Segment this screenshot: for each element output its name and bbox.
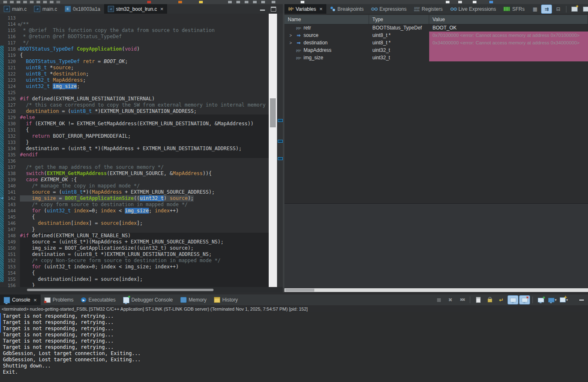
close-icon[interactable]: × <box>34 297 37 303</box>
close-icon[interactable]: × <box>319 6 323 12</box>
code-text: destination = (uint8_t *)EXTMEM_LRUN_DES… <box>20 108 269 114</box>
view-tab-live-expressions[interactable]: Live Expressions <box>447 4 500 14</box>
code-text: /** <box>20 21 269 27</box>
console-view-tab-memory[interactable]: Memory <box>177 294 210 305</box>
dropdown-caret-icon[interactable]: ▾ <box>555 298 557 302</box>
code-line: 122 uint8_t *destination; <box>0 71 269 77</box>
scroll-lock-button[interactable] <box>485 296 495 304</box>
variable-row-source[interactable]: >⇒sourceuint8_t *0x70100000 <error: Cann… <box>284 32 588 39</box>
code-token: source <box>32 189 50 195</box>
code-token: index <box>122 220 137 226</box>
editor-code-area[interactable]: 113114⊖/**115 * @brief This function cop… <box>0 14 283 287</box>
c-file: .c <box>34 6 40 12</box>
console-view-tab-problems[interactable]: Problems <box>41 294 78 305</box>
console-view-tab-history[interactable]: History <box>210 294 241 305</box>
console-view-tab-console[interactable]: Console× <box>0 294 41 305</box>
close-icon[interactable]: × <box>160 6 164 12</box>
variable-row-destination[interactable]: >⇒destinationuint8_t *0x34000000 <error:… <box>284 39 588 46</box>
variable-row-mapaddress[interactable]: (x)=MapAddressuint32_t <box>284 46 588 54</box>
editor-tab-0x18003a1a[interactable]: c0x18003a1a <box>61 4 104 14</box>
clear-console-button[interactable] <box>473 296 483 304</box>
console-view-tab-debugger-console[interactable]: Debugger Console <box>119 294 177 305</box>
console-line: Shutting down... <box>3 363 588 369</box>
code-token: for <box>32 264 41 270</box>
pointer-icon: ⇒ <box>294 33 304 38</box>
annotation-marker[interactable] <box>278 119 283 122</box>
code-token: /* this case correspond to copy the SW f… <box>20 102 269 108</box>
variables-horizontal-scrollbar[interactable] <box>284 288 588 292</box>
code-token <box>20 58 26 64</box>
code-line: 127 /* this case correspond to copy the … <box>0 102 269 108</box>
remove-launch-button[interactable]: ✖ <box>445 296 455 304</box>
pin-view-button[interactable] <box>581 5 588 13</box>
show-stdout-button[interactable] <box>508 296 518 304</box>
variable-type: BOOTStatus_TypeDef <box>369 24 429 32</box>
variables-detail-pane[interactable] <box>284 204 588 288</box>
code-token: [ <box>71 220 74 226</box>
pin-window-icon <box>583 7 588 12</box>
console-line: GdbSession, Lost target connection, Exit… <box>3 350 588 357</box>
code-text: case EXTMEM_OK :{ <box>20 177 269 183</box>
code-token: uint8_t <box>71 108 92 114</box>
view-tab-breakpoints[interactable]: Breakpoints <box>326 4 367 14</box>
view-tab-label: Live Expressions <box>459 6 496 12</box>
variable-row-img-size[interactable]: (x)=img_sizeuint32_t <box>284 54 588 61</box>
code-line: 139 case EXTMEM_OK :{ <box>0 177 269 183</box>
variable-value: 0x34000000 <error: Cannot access memory … <box>429 39 588 46</box>
scrollbar-thumb[interactable] <box>27 289 214 291</box>
fold-collapse-icon[interactable]: ⊖ <box>18 46 20 52</box>
annotation-marker[interactable] <box>278 157 283 160</box>
column-header-value[interactable]: Value <box>429 15 588 24</box>
code-text: /* copy Non-Secure form source to destin… <box>20 258 269 264</box>
remove-all-terminated-button[interactable]: ✖✖ <box>457 296 467 304</box>
view-tab-sfrs[interactable]: SFRs <box>500 4 528 14</box>
variables-table-header: NameTypeValue <box>284 15 588 24</box>
editor-tab-main-c[interactable]: .cmain.c <box>0 4 30 14</box>
open-console-button[interactable]: ▾ <box>559 296 569 304</box>
code-text: #else <box>20 114 269 121</box>
annotation-marker[interactable] <box>278 140 283 143</box>
display-console-button[interactable]: ▾ <box>547 296 557 304</box>
view-tab-variables[interactable]: (x)=Variables× <box>284 4 326 14</box>
code-line: 147 } <box>0 226 269 233</box>
fold-collapse-icon[interactable]: ⊖ <box>18 21 20 27</box>
console-view-tab-executables[interactable]: ▶Executables <box>77 294 119 305</box>
show-logical-structure-button[interactable]: ⇉ <box>542 5 552 13</box>
code-token: (( <box>134 195 140 201</box>
line-number: 113 <box>0 15 20 21</box>
code-text: /* get the map address of the source mem… <box>20 164 269 170</box>
show-stderr-button[interactable] <box>520 296 530 304</box>
minimize-button[interactable] <box>576 296 586 304</box>
word-wrap-button[interactable]: ↵ <box>496 296 506 304</box>
new-view-button[interactable] <box>569 5 579 13</box>
expand-chevron-icon[interactable]: > <box>288 33 294 38</box>
expand-chevron-icon[interactable]: > <box>288 41 294 45</box>
minimize-icon[interactable] <box>260 10 265 11</box>
editor-vertical-scrollbar[interactable] <box>269 14 277 287</box>
column-header-type[interactable]: Type <box>369 15 429 24</box>
column-header-name[interactable]: Name <box>284 15 369 24</box>
code-line: 136 <box>0 158 269 164</box>
line-number: 139 <box>0 177 20 183</box>
code-token: destination[index] = source[index]; <box>20 276 143 282</box>
code-token: uint8_t <box>26 65 47 71</box>
code-line: 124 uint32_t img_size; <box>0 83 269 90</box>
collapse-all-button[interactable]: ⊟ <box>553 5 563 13</box>
line-number: 121 <box>0 65 20 71</box>
line-number: 135 <box>0 152 20 158</box>
show-type-names-button[interactable]: ▦ <box>530 5 540 13</box>
maximize-icon[interactable] <box>271 7 276 12</box>
view-tab-expressions[interactable]: Expressions <box>367 4 410 14</box>
terminate-button[interactable] <box>434 296 444 304</box>
scrollbar-thumb[interactable] <box>285 289 314 292</box>
pin-console-button[interactable] <box>536 296 546 304</box>
line-number: 150 <box>0 245 20 251</box>
console-output[interactable]: Target is not responding, retrying...Tar… <box>0 312 588 382</box>
editor-tab-main-c[interactable]: .cmain.c <box>30 4 61 14</box>
view-tab-registers[interactable]: 1010 0101Registers <box>410 4 446 14</box>
variable-type: uint8_t * <box>369 39 429 46</box>
editor-horizontal-scrollbar[interactable] <box>0 287 283 292</box>
variable-row-retr[interactable]: (x)=retrBOOTStatus_TypeDefBOOT_OK <box>284 24 588 32</box>
editor-tab-stm32-boot-lrun-c[interactable]: .cstm32_boot_lrun.c× <box>104 4 167 14</box>
scrollbar-thumb[interactable] <box>270 98 276 127</box>
